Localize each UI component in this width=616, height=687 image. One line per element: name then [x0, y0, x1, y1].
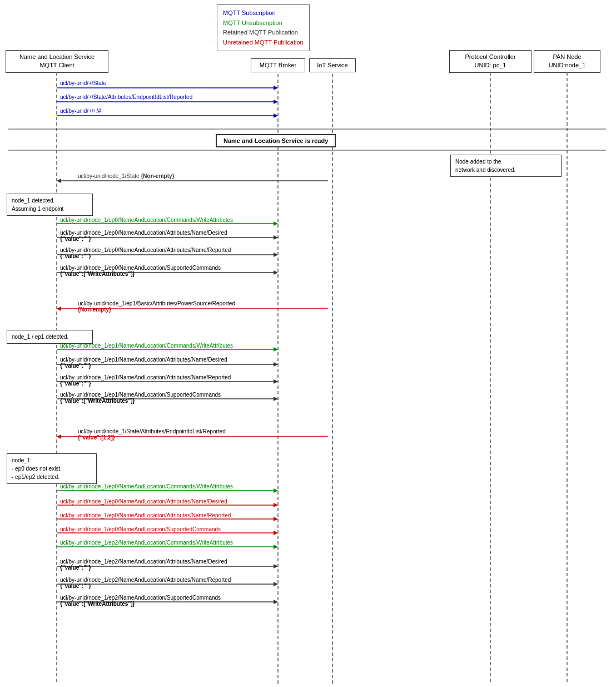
- msg-supported-ep2-label: ucl/by-unid/node_1/ep2/NameAndLocation/S…: [60, 595, 221, 607]
- node1-detected-note: node_1 detected.Assuming 1 endpoint: [7, 194, 93, 216]
- msg-name-reported-ep1-label: ucl/by-unid/node_1/ep1/NameAndLocation/A…: [60, 374, 231, 387]
- msg-endpointlist-label: ucl/by-unid/node_1/State/Attributes/Endp…: [78, 428, 226, 441]
- msg-sub3-label: ucl/by-unid/+/+/#: [60, 108, 101, 114]
- msg-supported-ep0-label: ucl/by-unid/node_1/ep0/NameAndLocation/S…: [60, 265, 221, 277]
- msg-name-desired-ep2-label: ucl/by-unid/node_1/ep2/NameAndLocation/A…: [60, 559, 227, 571]
- msg-name-desired-ep0-label: ucl/by-unid/node_1/ep0/NameAndLocation/A…: [60, 230, 227, 242]
- msg-name-desired-ep0b-label: ucl/by-unid/node_1/ep0/NameAndLocation/A…: [60, 498, 227, 505]
- svg-marker-28: [274, 362, 278, 367]
- msg-power-label: ucl/by-unid/node_1/ep1/Basic/Attributes/…: [78, 300, 235, 313]
- msg-write-ep0-label: ucl/by-unid/node_1/ep0/NameAndLocation/C…: [60, 217, 233, 223]
- svg-marker-26: [274, 347, 278, 352]
- msg-write-ep2-label: ucl/by-unid/node_1/ep2/NameAndLocation/C…: [60, 540, 233, 546]
- svg-marker-46: [274, 564, 278, 569]
- msg-name-reported-ep0-label: ucl/by-unid/node_1/ep0/NameAndLocation/A…: [60, 247, 231, 259]
- svg-marker-44: [274, 545, 278, 549]
- node-added-note: Node added to thenetwork and discovered.: [450, 155, 562, 177]
- svg-marker-50: [274, 600, 278, 604]
- msg-supported-ep1-label: ucl/by-unid/node_1/ep1/NameAndLocation/S…: [60, 392, 221, 404]
- ep1-detected-note: node_1 / ep1 detected.: [7, 330, 93, 344]
- svg-marker-16: [274, 221, 278, 226]
- msg-sub2-label: ucl/by-unid/+/State/Attributes/EndpointI…: [60, 94, 192, 100]
- msg-write-ep1-label: ucl/by-unid/node_1/ep1/NameAndLocation/C…: [60, 343, 233, 349]
- msg-name-reported-ep2-label: ucl/by-unid/node_1/ep2/NameAndLocation/A…: [60, 577, 231, 589]
- node1-state-note: node_1:- ep0 does not exist.- ep1/ep2 de…: [7, 453, 97, 484]
- msg-write-ep0b-label: ucl/by-unid/node_1/ep0/NameAndLocation/C…: [60, 483, 233, 490]
- msg-supported-ep0b-label: ucl/by-unid/node_1/ep0/NameAndLocation/S…: [60, 526, 221, 532]
- svg-marker-30: [274, 379, 278, 384]
- sequence-diagram: MQTT Subscription MQTT Unsubscription Re…: [0, 0, 616, 687]
- msg-sub1-label: ucl/by-unid/+/State: [60, 80, 106, 86]
- svg-marker-24: [57, 307, 61, 311]
- svg-marker-8: [274, 100, 278, 104]
- msg-name-desired-ep1-label: ucl/by-unid/node_1/ep1/NameAndLocation/A…: [60, 357, 227, 369]
- svg-marker-6: [274, 86, 278, 90]
- msg-name-reported-ep0b-label: ucl/by-unid/node_1/ep0/NameAndLocation/A…: [60, 512, 231, 518]
- svg-marker-14: [57, 179, 61, 183]
- svg-marker-38: [274, 503, 278, 507]
- svg-marker-10: [274, 113, 278, 118]
- svg-marker-48: [274, 582, 278, 586]
- svg-marker-40: [274, 517, 278, 521]
- svg-marker-42: [274, 531, 278, 535]
- svg-marker-18: [274, 235, 278, 240]
- svg-marker-20: [274, 253, 278, 257]
- msg-state1-label: ucl/by-unid/node_1/State {Non-empty}: [78, 173, 174, 179]
- svg-marker-32: [274, 397, 278, 401]
- svg-marker-22: [274, 270, 278, 275]
- svg-marker-36: [274, 488, 278, 493]
- svg-marker-34: [57, 434, 61, 439]
- ready-banner: Name and Location Service is ready: [216, 134, 336, 147]
